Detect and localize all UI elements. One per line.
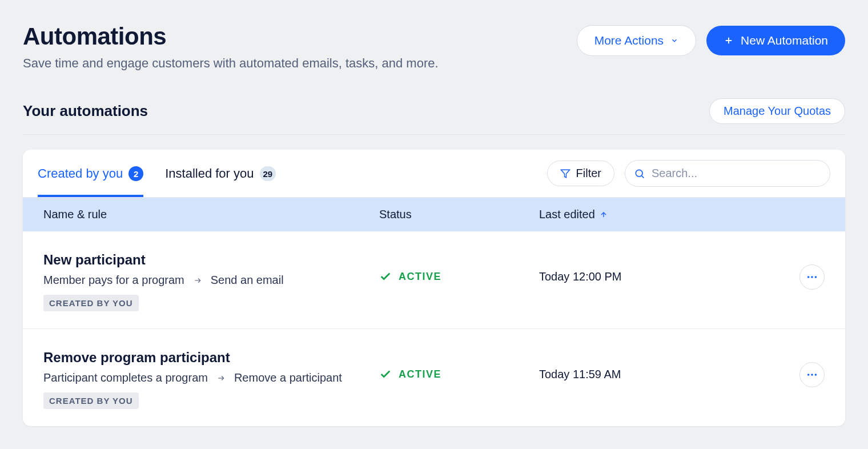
tab-installed-for-you[interactable]: Installed for you 29 [165,150,276,197]
svg-point-12 [811,374,813,376]
new-automation-label: New Automation [741,34,828,47]
tab-created-by-you[interactable]: Created by you 2 [38,150,143,197]
table-row[interactable]: Remove program participant Participant c… [23,329,845,426]
svg-point-11 [807,374,810,376]
filter-label: Filter [576,167,601,180]
more-actions-button[interactable]: More Actions [577,25,696,56]
row-more-button[interactable] [799,362,825,387]
search-icon [634,168,645,179]
arrow-right-icon [216,374,226,382]
table-header: Name & rule Status Last edited [23,198,845,231]
rule-action: Send an email [211,274,284,287]
last-edited: Today 11:59 AM [539,368,779,381]
tab-created-label: Created by you [38,166,123,181]
svg-point-3 [636,170,642,177]
status-text: ACTIVE [399,271,441,283]
column-name[interactable]: Name & rule [43,208,379,221]
check-icon [379,368,392,380]
svg-marker-2 [561,170,569,178]
row-more-button[interactable] [799,264,825,290]
search-input[interactable] [625,160,830,187]
filter-icon [560,169,570,179]
manage-quotas-button[interactable]: Manage Your Quotas [709,98,845,124]
column-last-edited-label: Last edited [539,208,595,221]
status-text: ACTIVE [399,368,441,380]
last-edited: Today 12:00 PM [539,270,779,283]
svg-line-4 [642,175,644,178]
more-horizontal-icon [806,368,818,381]
row-rule: Participant completes a program Remove a… [43,371,379,384]
more-actions-label: More Actions [594,34,664,47]
svg-point-7 [807,276,810,278]
svg-point-13 [815,374,817,376]
page-subtitle: Save time and engage customers with auto… [23,56,439,71]
row-tag: CREATED BY YOU [43,392,139,409]
svg-point-9 [815,276,817,278]
row-name: Remove program participant [43,350,379,366]
rule-action: Remove a participant [234,371,342,384]
plus-icon [724,35,734,46]
column-status[interactable]: Status [379,208,539,221]
filter-button[interactable]: Filter [547,161,614,186]
tab-installed-count: 29 [260,166,276,181]
table-row[interactable]: New participant Member pays for a progra… [23,231,845,329]
tab-installed-label: Installed for you [165,166,254,181]
page-title: Automations [23,23,439,50]
new-automation-button[interactable]: New Automation [706,26,845,55]
row-rule: Member pays for a program Send an email [43,274,379,287]
svg-point-8 [811,276,813,278]
sort-asc-icon [600,211,608,219]
column-last-edited[interactable]: Last edited [539,208,779,221]
chevron-down-icon [670,37,678,45]
row-name: New participant [43,252,379,268]
tab-created-count: 2 [128,166,143,181]
more-horizontal-icon [806,271,818,283]
your-automations-title: Your automations [23,102,148,120]
automations-card: Created by you 2 Installed for you 29 Fi… [23,150,845,426]
row-tag: CREATED BY YOU [43,295,139,311]
rule-trigger: Member pays for a program [43,274,184,287]
rule-trigger: Participant completes a program [43,371,208,384]
check-icon [379,270,392,283]
arrow-right-icon [192,276,203,284]
